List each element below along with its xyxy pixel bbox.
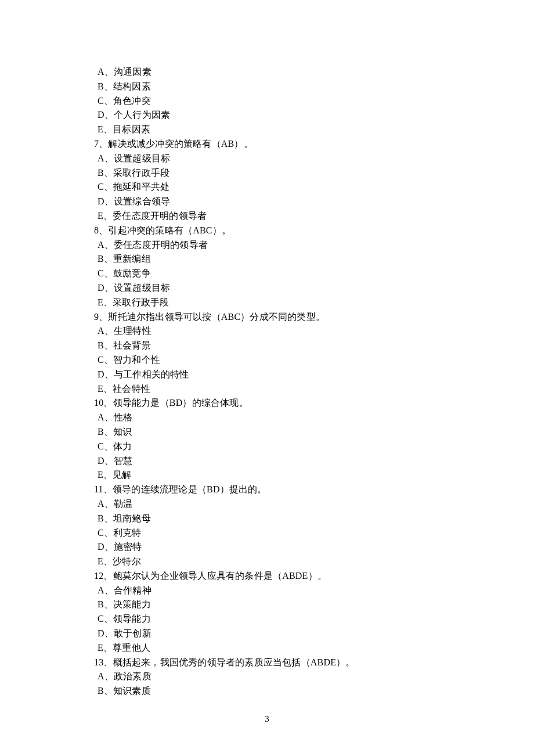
option-text: B、决策能力	[94, 597, 454, 612]
option-text: A、沟通因素	[94, 65, 454, 80]
option-text: E、采取行政手段	[94, 296, 454, 310]
option-text: D、设置综合领导	[94, 195, 454, 209]
option-text: A、生理特性	[94, 324, 454, 339]
option-text: A、勒温	[94, 497, 454, 512]
option-text: E、沙特尔	[94, 555, 454, 569]
option-text: B、社会背景	[94, 339, 454, 353]
option-text: C、利克特	[94, 526, 454, 541]
option-text: C、体力	[94, 440, 454, 454]
option-text: A、性格	[94, 411, 454, 425]
option-text: C、领导能力	[94, 612, 454, 627]
option-text: C、角色冲突	[94, 94, 454, 109]
question-stem: 7、解决或减少冲突的策略有（AB）。	[94, 137, 454, 152]
option-text: B、重新编组	[94, 252, 454, 267]
option-text: A、政治素质	[94, 669, 454, 684]
option-text: B、结构因素	[94, 80, 454, 94]
option-text: B、坦南鲍母	[94, 512, 454, 526]
option-text: D、设置超级目标	[94, 281, 454, 296]
document-page: A、沟通因素 B、结构因素 C、角色冲突 D、个人行为因素 E、目标因素 7、解…	[0, 0, 454, 699]
option-text: D、与工作相关的特性	[94, 368, 454, 382]
option-text: D、智慧	[94, 454, 454, 469]
option-text: E、尊重他人	[94, 641, 454, 656]
option-text: D、个人行为因素	[94, 108, 454, 123]
option-text: D、施密特	[94, 540, 454, 555]
option-text: E、目标因素	[94, 123, 454, 137]
question-stem: 8、引起冲突的策略有（ABC）。	[94, 224, 454, 238]
page-number: 3	[0, 712, 534, 726]
question-stem: 9、斯托迪尔指出领导可以按（ABC）分成不同的类型。	[94, 310, 454, 325]
question-stem: 12、鲍莫尔认为企业领导人应具有的条件是（ABDE）。	[94, 569, 454, 584]
option-text: D、敢于创新	[94, 627, 454, 641]
option-text: A、合作精神	[94, 584, 454, 598]
option-text: C、智力和个性	[94, 353, 454, 368]
option-text: C、鼓励竞争	[94, 267, 454, 281]
option-text: A、委任态度开明的领导者	[94, 238, 454, 253]
option-text: C、拖延和平共处	[94, 180, 454, 195]
option-text: B、知识素质	[94, 684, 454, 699]
option-text: E、委任态度开明的领导者	[94, 209, 454, 224]
question-stem: 11、领导的连续流理论是（BD）提出的。	[94, 483, 454, 497]
option-text: E、社会特性	[94, 382, 454, 397]
option-text: B、知识	[94, 425, 454, 440]
option-text: E、见解	[94, 468, 454, 483]
question-stem: 10、领导能力是（BD）的综合体现。	[94, 396, 454, 411]
question-stem: 13、概括起来，我国优秀的领导者的素质应当包括（ABDE）。	[94, 656, 454, 670]
option-text: A、设置超级目标	[94, 152, 454, 166]
option-text: B、采取行政手段	[94, 166, 454, 181]
